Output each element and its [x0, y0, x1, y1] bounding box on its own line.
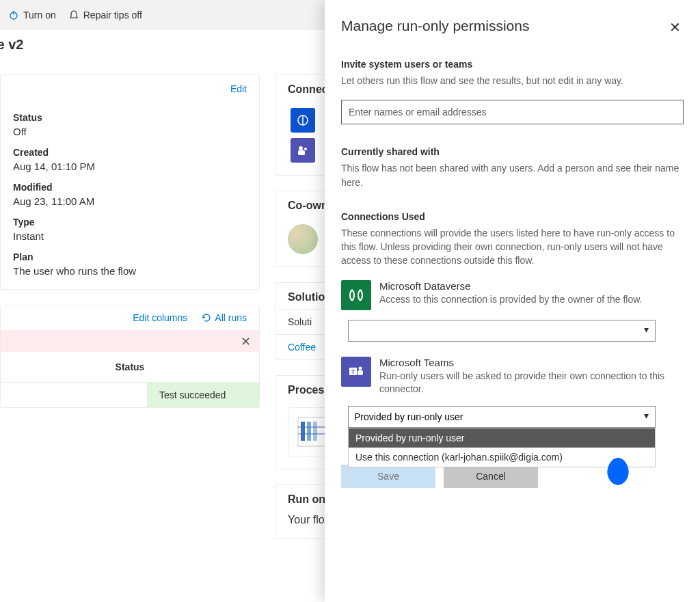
details-card: Edit Status Off Created Aug 14, 01:10 PM… [0, 74, 260, 290]
shared-title: Currently shared with [341, 146, 684, 157]
run-only-title: Run onl [288, 493, 329, 506]
manage-permissions-panel: Manage run-only permissions ✕ Invite sys… [325, 0, 700, 602]
teams-logo-icon: T [341, 357, 371, 387]
repair-tips-label: Repair tips off [83, 10, 142, 20]
type-label: Type [13, 217, 247, 228]
svg-point-5 [304, 148, 307, 150]
invite-desc: Let others run this flow and see the res… [341, 74, 684, 87]
bell-icon [68, 10, 79, 20]
close-panel-icon[interactable]: ✕ [667, 18, 684, 37]
svg-rect-6 [298, 150, 305, 155]
dataverse-name: Microsoft Dataverse [379, 280, 684, 292]
teams-connection: T Microsoft Teams Run-only users will be… [341, 357, 684, 396]
svg-rect-9 [307, 422, 311, 441]
save-button[interactable]: Save [341, 465, 435, 488]
created-label: Created [13, 147, 247, 158]
all-runs-link[interactable]: All runs [201, 312, 247, 323]
run-history-banner: ✕ [1, 330, 259, 352]
svg-point-15 [359, 366, 362, 370]
plan-label: Plan [13, 251, 247, 262]
teams-select-wrap: Provided by run-only user Provided by ru… [348, 406, 656, 428]
created-value: Aug 14, 01:10 PM [13, 161, 247, 172]
turn-on-button[interactable]: Turn on [8, 10, 56, 20]
dataverse-connection: Microsoft Dataverse Access to this conne… [341, 280, 684, 310]
dropdown-option[interactable]: Provided by run-only user [349, 428, 655, 448]
all-runs-label: All runs [215, 312, 247, 323]
svg-text:T: T [351, 368, 355, 375]
teams-dropdown-list: Provided by run-only user Use this conne… [348, 428, 656, 467]
status-label: Status [13, 112, 247, 123]
teams-select[interactable]: Provided by run-only user [348, 406, 656, 428]
shared-desc: This flow has not been shared with any u… [341, 161, 684, 189]
run-history-card: Edit columns All runs ✕ Status Test succ… [0, 305, 260, 408]
process-title: Process [288, 384, 330, 396]
panel-footer: Save Cancel [341, 465, 684, 488]
status-value: Off [13, 126, 247, 137]
svg-rect-8 [301, 422, 305, 441]
svg-rect-10 [313, 422, 317, 441]
close-icon[interactable]: ✕ [241, 334, 251, 349]
modified-value: Aug 23, 11:00 AM [13, 195, 247, 207]
cancel-button[interactable]: Cancel [444, 465, 538, 488]
dataverse-logo-icon [341, 280, 371, 310]
power-icon [8, 10, 19, 20]
connections-used-title: Connections Used [341, 211, 684, 222]
turn-on-label: Turn on [23, 10, 56, 20]
dataverse-select[interactable] [348, 320, 656, 342]
svg-rect-16 [358, 370, 363, 375]
refresh-icon [201, 312, 212, 323]
dataverse-icon[interactable] [291, 108, 315, 133]
dataverse-desc: Access to this connection is provided by… [379, 293, 684, 307]
status-column-header: Status [1, 352, 259, 382]
run-status-cell: Test succeeded [147, 383, 259, 407]
dataverse-select-wrap [348, 320, 656, 342]
modified-label: Modified [13, 182, 247, 193]
avatar[interactable] [288, 224, 318, 254]
teams-icon[interactable] [291, 138, 315, 163]
edit-columns-link[interactable]: Edit columns [133, 312, 187, 323]
plan-value: The user who runs the flow [13, 265, 247, 277]
invite-title: Invite system users or teams [341, 59, 684, 70]
edit-link[interactable]: Edit [230, 83, 247, 94]
left-column: Edit Status Off Created Aug 14, 01:10 PM… [0, 74, 260, 539]
svg-point-4 [299, 146, 303, 150]
invite-input[interactable] [341, 100, 684, 124]
coowners-title: Co-own [288, 200, 328, 212]
repair-tips-button[interactable]: Repair tips off [68, 10, 142, 20]
teams-name: Microsoft Teams [379, 357, 684, 368]
connections-used-desc: These connections will provide the users… [341, 226, 684, 268]
panel-title: Manage run-only permissions [341, 18, 529, 34]
teams-desc: Run-only users will be asked to provide … [379, 370, 684, 396]
type-value: Instant [13, 230, 247, 242]
run-history-row[interactable]: Test succeeded [1, 382, 259, 407]
